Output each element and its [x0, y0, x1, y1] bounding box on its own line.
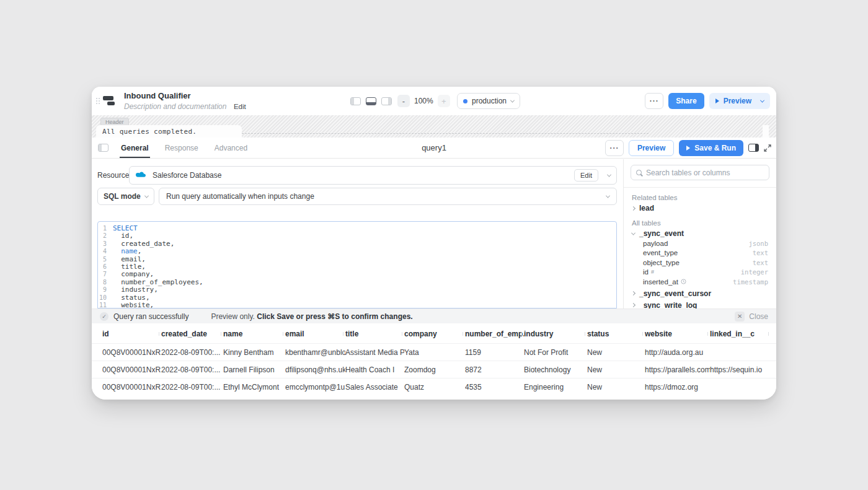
column-header-created_date[interactable]: created_date: [161, 330, 223, 338]
table-cell[interactable]: Health Coach I: [345, 365, 404, 374]
run-behavior-select[interactable]: Run query automatically when inputs chan…: [159, 188, 617, 205]
column-header-website[interactable]: website: [645, 330, 710, 338]
resource-select[interactable]: Salesforce Database Edit: [129, 166, 617, 185]
chevron-down-icon: [510, 98, 515, 102]
column-item-event-type[interactable]: event_type text: [624, 248, 776, 258]
column-header-email[interactable]: email: [285, 330, 345, 338]
share-button[interactable]: Share: [668, 93, 704, 109]
line-number: 4: [98, 248, 113, 255]
expand-panel-icon[interactable]: [764, 144, 771, 152]
table-cell[interactable]: Biotechnology: [524, 365, 587, 374]
schema-sidebar: Related tables lead All tables _sync_eve…: [623, 159, 776, 308]
play-icon: [686, 146, 690, 151]
query-mode-select[interactable]: SQL mode: [97, 188, 154, 205]
table-item-sync-event-cursor[interactable]: _sync_event_cursor: [624, 289, 776, 299]
column-header-linked_in__c[interactable]: linked_in__c: [710, 330, 771, 338]
column-type: integer: [741, 268, 768, 276]
zoom-out-button[interactable]: -: [397, 95, 410, 107]
table-cell[interactable]: 2022-08-09T00:...: [161, 348, 223, 357]
app-subtitle: Description and documentation: [124, 102, 226, 111]
column-header-status[interactable]: status: [587, 330, 645, 338]
app-preview-button[interactable]: Preview: [709, 93, 770, 109]
column-item-inserted-at[interactable]: inserted_at timestamp: [624, 277, 776, 287]
column-header-id[interactable]: id: [102, 330, 161, 338]
table-cell[interactable]: Quatz: [404, 383, 465, 392]
table-cell[interactable]: Kinny Bentham: [223, 348, 285, 357]
table-cell[interactable]: 00Q8V00001NxR...: [102, 383, 161, 392]
table-cell[interactable]: 4535: [465, 383, 524, 392]
column-item-object-type[interactable]: object_type text: [624, 258, 776, 268]
line-number: 2: [98, 232, 113, 240]
edit-description-button[interactable]: Edit: [234, 103, 246, 110]
column-header-number_of_emp[interactable]: number_of_emp...: [465, 330, 524, 338]
column-type: text: [753, 249, 768, 256]
table-cell[interactable]: https://parallels.com: [645, 365, 710, 374]
chevron-down-icon: [607, 172, 611, 177]
resource-edit-button[interactable]: Edit: [574, 169, 598, 182]
close-results-button[interactable]: ✕ Close: [735, 312, 768, 322]
table-cell[interactable]: 2022-08-09T00:...: [161, 383, 223, 392]
preview-note-regular: Preview only.: [211, 312, 254, 321]
table-cell[interactable]: Not For Profit: [524, 348, 587, 357]
query-preview-button[interactable]: Preview: [629, 140, 674, 156]
table-cell[interactable]: 00Q8V00001NxR...: [102, 365, 161, 374]
table-item-sync-write-log[interactable]: _sync_write_log: [624, 300, 776, 309]
schema-search-input[interactable]: [646, 168, 764, 177]
table-cell[interactable]: Darnell Filipson: [223, 365, 285, 374]
header-more-button[interactable]: ···: [645, 93, 663, 109]
table-cell[interactable]: http://auda.org.au: [645, 348, 710, 357]
table-cell[interactable]: New: [587, 348, 645, 357]
zoom-level: 100%: [414, 97, 433, 105]
table-cell[interactable]: Ethyl McClymont: [223, 383, 285, 392]
tab-advanced[interactable]: Advanced: [213, 138, 249, 158]
query-mode-label: SQL mode: [104, 192, 141, 201]
chevron-down-icon[interactable]: [760, 98, 764, 102]
toggle-left-panel-icon[interactable]: [350, 97, 361, 105]
tab-general[interactable]: General: [120, 138, 150, 158]
toggle-right-panel-icon[interactable]: [381, 97, 392, 105]
save-and-run-button[interactable]: Save & Run: [679, 140, 743, 156]
table-cell[interactable]: emcclymontp@1u...: [285, 383, 345, 392]
code-line[interactable]: website,: [113, 302, 154, 308]
table-cell[interactable]: 1159: [465, 348, 524, 357]
table-cell[interactable]: https://sequin.io: [710, 365, 771, 374]
table-cell[interactable]: dfilipsonq@nhs.uk: [285, 365, 345, 374]
toggle-bottom-panel-icon[interactable]: [366, 97, 376, 105]
column-item-payload[interactable]: payload jsonb: [624, 238, 776, 248]
schema-search-box[interactable]: [631, 165, 769, 180]
column-header-company[interactable]: company: [404, 330, 465, 338]
table-row[interactable]: 00Q8V00001NxR...2022-08-09T00:...Ethyl M…: [92, 378, 776, 395]
table-cell[interactable]: Zoomdog: [404, 365, 465, 374]
table-cell[interactable]: Sales Associate: [345, 383, 404, 392]
query-more-button[interactable]: ···: [605, 140, 624, 156]
table-cell[interactable]: Engineering: [524, 383, 587, 392]
sql-code-editor[interactable]: 1SELECT 2 id, 3 created_date, 4 name, 5 …: [97, 221, 617, 308]
column-header-industry[interactable]: industry: [524, 330, 587, 338]
close-icon[interactable]: ✕: [735, 312, 745, 322]
table-cell[interactable]: 8872: [465, 365, 524, 374]
line-number: 3: [98, 240, 113, 248]
zoom-in-button[interactable]: +: [438, 95, 450, 107]
table-cell[interactable]: kbenthamr@unblo...: [285, 348, 345, 357]
drag-handle-icon[interactable]: [96, 98, 100, 104]
table-cell[interactable]: https://dmoz.org: [645, 383, 710, 392]
table-cell[interactable]: Yata: [404, 348, 465, 357]
table-cell[interactable]: 2022-08-09T00:...: [161, 365, 223, 374]
table-cell[interactable]: 00Q8V00001NxR...: [102, 348, 161, 357]
table-cell[interactable]: New: [587, 365, 645, 374]
toggle-query-list-panel-icon[interactable]: [98, 144, 108, 152]
query-name[interactable]: query1: [422, 143, 446, 152]
table-cell[interactable]: Assistant Media Pl...: [345, 348, 404, 357]
table-row[interactable]: 00Q8V00001NxR...2022-08-09T00:...Darnell…: [92, 361, 776, 378]
tab-response[interactable]: Response: [164, 138, 200, 158]
table-row[interactable]: 00Q8V00001NxR...2022-08-09T00:...Kinny B…: [92, 343, 776, 361]
canvas-status-component[interactable]: All queries completed.: [96, 125, 242, 138]
environment-select[interactable]: production: [457, 93, 520, 109]
table-item-lead[interactable]: lead: [624, 203, 776, 213]
column-header-name[interactable]: name: [223, 330, 285, 338]
column-item-id[interactable]: id # integer: [624, 268, 776, 278]
column-header-title[interactable]: title: [345, 330, 404, 338]
table-cell[interactable]: New: [587, 383, 645, 392]
toggle-schema-panel-icon[interactable]: [748, 144, 759, 152]
table-item-sync-event[interactable]: _sync_event: [624, 229, 776, 238]
